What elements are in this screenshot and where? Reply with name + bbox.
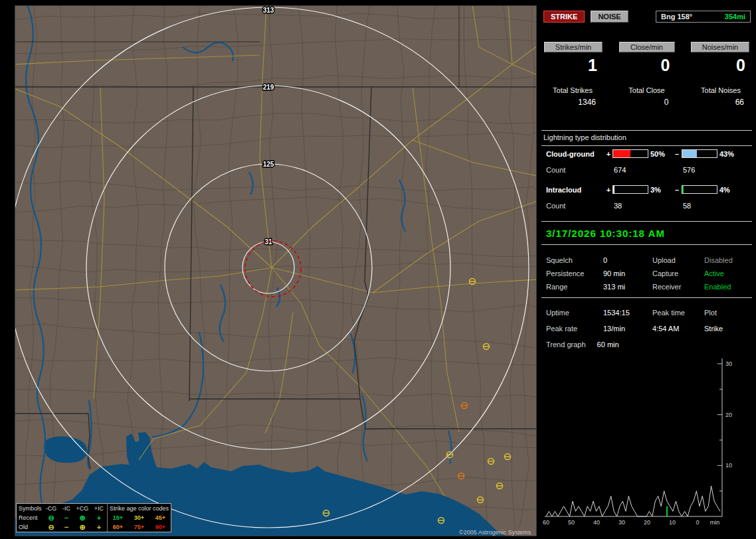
ic-negative-fill [682, 186, 684, 193]
total-close-value: 0 [620, 98, 674, 107]
persistence-value: 90 min [603, 270, 652, 277]
plus-sign: + [605, 186, 613, 194]
squelch-label: Squelch [546, 256, 603, 264]
uptime-value: 1534:15 [603, 309, 652, 317]
trend-graph-row: Trend graph 60 min [541, 341, 752, 348]
ic-negative-count: 58 [682, 202, 717, 210]
bearing-range-value: 354mi [725, 13, 745, 21]
ic-positive-count: 38 [613, 202, 648, 210]
pos-ic-symbol-icon: + [91, 513, 107, 522]
intracloud-row: Intracloud + 3% – 4% [541, 185, 752, 194]
total-noises: Total Noises 66 [692, 86, 749, 107]
y-tick-label: 20 [725, 412, 732, 418]
capture-status: Active [704, 270, 752, 277]
peak-rate-value: 13/min [603, 325, 652, 333]
count-label: Count [546, 202, 605, 210]
info-row: Uptime 1534:15 Peak time Plot [541, 305, 752, 320]
pos-cg-symbol-icon: ⊕ [74, 513, 91, 522]
minus-sign: – [672, 186, 682, 194]
total-noises-value: 66 [692, 98, 749, 107]
mode-button-row: STRIKE NOISE Bng 158° 354mi [541, 11, 752, 23]
status-row: Squelch 0 Upload Disabled [541, 254, 752, 267]
distribution-title: Lightning type distribution [541, 133, 752, 141]
minus-sign: – [672, 150, 682, 158]
divider [541, 130, 752, 131]
uptime-label: Uptime [546, 309, 603, 317]
datetime-box: 3/17/2026 10:30:18 AM [541, 221, 752, 245]
trend-graph-label: Trend graph [546, 341, 586, 348]
cg-negative-bar [682, 149, 717, 158]
divider [541, 145, 752, 146]
cg-negative-fill [682, 150, 697, 157]
peak-time-value: 4:54 AM [652, 325, 704, 333]
age-code: 45+ [149, 513, 171, 522]
cg-negative-pct: 43% [717, 150, 737, 158]
range-ring-label: 125 [263, 161, 274, 168]
cg-negative-count: 576 [682, 166, 717, 174]
legend-header: Symbols [17, 504, 43, 513]
rate-values-row: 1 0 0 [541, 56, 752, 75]
range-ring-label: 219 [263, 84, 274, 91]
neg-cg-symbol-icon: ⊖ [43, 522, 59, 532]
info-row: Peak rate 13/min 4:54 AM Strike [541, 321, 752, 336]
y-tick-label: 10 [725, 462, 732, 469]
legend-row-label: Recent [17, 513, 43, 522]
pos-cg-symbol-icon: ⊕ [74, 522, 91, 532]
datetime-value: 3/17/2026 10:30:18 AM [541, 228, 665, 239]
trend-generated-layer: 1020306050403020100min [543, 360, 732, 526]
close-per-min-chip[interactable]: Close/min [619, 42, 675, 52]
intracloud-label: Intracloud [546, 186, 605, 194]
cloud-ground-row: Cloud-ground + 50% – 43% [541, 149, 752, 159]
total-close-label: Total Close [620, 86, 674, 94]
ic-negative-bar [682, 185, 717, 194]
pos-ic-symbol-icon: + [91, 522, 107, 532]
control-panel: STRIKE NOISE Bng 158° 354mi Strikes/min … [541, 5, 752, 534]
cloud-ground-label: Cloud-ground [546, 150, 605, 158]
legend-header: +IC [91, 504, 107, 513]
neg-cg-symbol-icon: ⊖ [43, 513, 59, 522]
plot-value: Strike [704, 325, 752, 333]
nexstorm-app-window: 313 219 125 31 Symbols -CG -IC +CG +IC S… [0, 0, 756, 539]
persistence-label: Persistence [546, 270, 603, 277]
cg-positive-pct: 50% [648, 150, 672, 158]
totals-row: Total Strikes 1346 Total Close 0 Total N… [541, 86, 752, 107]
x-tick-label: 10 [669, 519, 676, 526]
rate-chip-row: Strikes/min Close/min Noises/min [541, 42, 752, 52]
capture-label: Capture [652, 270, 704, 277]
intracloud-count-row: Count 38 58 [541, 200, 752, 210]
age-code: 75+ [128, 522, 149, 532]
map-legend: Symbols -CG -IC +CG +IC Strike age color… [16, 503, 171, 532]
cloud-ground-count-row: Count 674 576 [541, 165, 752, 175]
copyright-text: ©2005 Astrogenic Systems [459, 529, 531, 536]
legend-header: -CG [43, 504, 59, 513]
legend-age-title: Strike age color codes [107, 504, 171, 513]
peak-rate-label: Peak rate [546, 325, 603, 333]
x-tick-label: 50 [568, 519, 575, 526]
x-tick-label: 60 [543, 519, 549, 526]
range-ring-label: 31 [264, 238, 272, 246]
range-label: Range [546, 283, 603, 291]
strike-mode-button[interactable]: STRIKE [543, 11, 585, 23]
range-value: 313 mi [603, 283, 652, 291]
noises-per-min-value: 0 [692, 56, 749, 75]
close-per-min-value: 0 [620, 56, 674, 75]
legend-header: -IC [59, 504, 74, 513]
cg-positive-bar [613, 149, 648, 158]
status-row: Persistence 90 min Capture Active [541, 267, 752, 280]
total-noises-label: Total Noises [692, 86, 749, 94]
x-tick-label: 30 [618, 519, 625, 526]
peak-time-label: Peak time [652, 309, 704, 317]
ic-positive-pct: 3% [648, 186, 672, 194]
bearing-readout: Bng 158° 354mi [656, 11, 751, 23]
noise-mode-button[interactable]: NOISE [591, 11, 628, 23]
noises-per-min-chip[interactable]: Noises/min [691, 42, 749, 52]
lightning-map[interactable]: 313 219 125 31 Symbols -CG -IC +CG +IC S… [15, 5, 537, 536]
receiver-status: Enabled [704, 283, 752, 291]
strikes-per-min-chip[interactable]: Strikes/min [544, 42, 603, 52]
age-code: 60+ [107, 522, 128, 532]
trend-graph-canvas: 1020306050403020100min [543, 352, 750, 530]
plot-label: Plot [704, 309, 752, 317]
strikes-per-min-value: 1 [544, 56, 601, 75]
y-tick-label: 30 [725, 360, 732, 367]
squelch-value: 0 [603, 256, 652, 264]
